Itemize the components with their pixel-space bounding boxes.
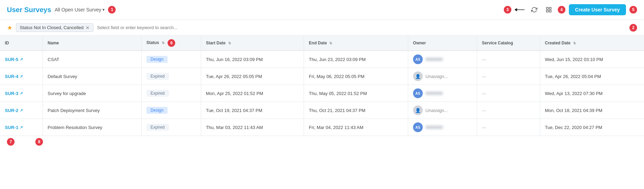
owner-name xyxy=(426,92,443,95)
chevron-down-icon: ▾ xyxy=(102,7,105,12)
avatar-unassigned: 👤 xyxy=(413,71,423,81)
cell-end-date: Thu, Jun 23, 2022 03:09 PM xyxy=(304,51,408,68)
svg-rect-2 xyxy=(549,7,551,9)
table-wrap: ID Name Status ⇅ 6 Start Date ⇅ End Date… xyxy=(0,36,644,136)
survey-id-link[interactable]: SUR-2↗ xyxy=(5,108,38,113)
cell-created-date: Wed, Apr 13, 2022 07:30 PM xyxy=(540,85,644,102)
cell-service-catalog: --- xyxy=(477,51,540,68)
status-badge: Expired xyxy=(146,124,169,131)
col-owner: Owner xyxy=(408,36,477,51)
cell-name: CSAT xyxy=(43,51,141,68)
col-created-date[interactable]: Created Date ⇅ xyxy=(540,36,644,51)
status-badge: Expired xyxy=(146,90,169,97)
cell-id: SUR-3↗ xyxy=(0,85,43,102)
cell-owner: 👤Unassign... xyxy=(408,102,477,119)
cell-end-date: Fri, May 06, 2022 05:05 PM xyxy=(304,68,408,85)
cell-status: Expired xyxy=(141,85,201,102)
cell-service-catalog: --- xyxy=(477,102,540,119)
view-dropdown-label: All Open User Survey xyxy=(55,7,101,12)
filter-remove-button[interactable]: ✕ xyxy=(86,25,90,30)
annotation-8: 8 xyxy=(35,138,43,146)
annotation-6: 6 xyxy=(168,39,175,47)
search-input[interactable] xyxy=(97,25,626,30)
col-name: Name xyxy=(43,36,141,51)
survey-id-link[interactable]: SUR-5↗ xyxy=(5,57,38,62)
cell-start-date: Mon, Apr 25, 2022 01:52 PM xyxy=(201,85,304,102)
filter-bar: ★ Status Not In Closed, Cancelled ✕ 2 xyxy=(0,20,644,36)
start-date-sort-icon: ⇅ xyxy=(228,41,231,45)
filter-tag-status[interactable]: Status Not In Closed, Cancelled ✕ xyxy=(16,23,93,32)
cell-status: Expired xyxy=(141,68,201,85)
bottom-annotations: 7 8 xyxy=(0,136,644,148)
cell-service-catalog: --- xyxy=(477,119,540,136)
table-row: SUR-1↗Problem Resolution SurveyExpiredTh… xyxy=(0,119,644,136)
table-row: SUR-5↗CSATDesignThu, Jun 16, 2022 03:09 … xyxy=(0,51,644,68)
table-row: SUR-2↗Patch Deployment SurveyDesignTue, … xyxy=(0,102,644,119)
table-body: SUR-5↗CSATDesignThu, Jun 16, 2022 03:09 … xyxy=(0,51,644,136)
cell-service-catalog: --- xyxy=(477,85,540,102)
grid-view-button[interactable] xyxy=(543,4,554,15)
survey-id-link[interactable]: SUR-3↗ xyxy=(5,91,38,96)
status-badge: Expired xyxy=(146,73,169,80)
cell-id: SUR-5↗ xyxy=(0,51,43,68)
external-link-icon: ↗ xyxy=(20,91,23,96)
owner-name xyxy=(426,58,443,61)
cell-id: SUR-2↗ xyxy=(0,102,43,119)
survey-id-link[interactable]: SUR-4↗ xyxy=(5,74,38,79)
annotation-7: 7 xyxy=(7,138,15,146)
avatar: AS xyxy=(413,54,423,64)
annotation-4: 4 xyxy=(558,6,565,14)
cell-name: Default Survey xyxy=(43,68,141,85)
external-link-icon: ↗ xyxy=(20,57,23,62)
page-title: User Surveys xyxy=(7,6,51,14)
cell-end-date: Fri, Mar 04, 2022 11:43 AM xyxy=(304,119,408,136)
table-header: ID Name Status ⇅ 6 Start Date ⇅ End Date… xyxy=(0,36,644,51)
avatar: AS xyxy=(413,122,423,132)
grid-icon xyxy=(546,7,552,13)
survey-id-link[interactable]: SUR-1↗ xyxy=(5,125,38,130)
cell-name: Patch Deployment Survey xyxy=(43,102,141,119)
cell-created-date: Tue, Dec 22, 2020 04:27 PM xyxy=(540,119,644,136)
cell-end-date: Thu, Oct 21, 2021 04:37 PM xyxy=(304,102,408,119)
status-badge: Design xyxy=(146,56,168,63)
annotation-5: 5 xyxy=(629,6,637,14)
cell-start-date: Thu, Jun 16, 2022 03:09 PM xyxy=(201,51,304,68)
cell-status: Expired xyxy=(141,119,201,136)
header-right: 3 4 Create User Survey 5 xyxy=(504,4,637,15)
external-link-icon: ↗ xyxy=(20,125,23,130)
cell-owner: AS xyxy=(408,119,477,136)
refresh-icon xyxy=(531,7,537,13)
view-dropdown[interactable]: All Open User Survey ▾ xyxy=(55,7,105,12)
cell-created-date: Mon, Oct 18, 2021 04:39 PM xyxy=(540,102,644,119)
create-user-survey-button[interactable]: Create User Survey xyxy=(569,4,626,15)
refresh-button[interactable] xyxy=(529,4,540,15)
col-start-date[interactable]: Start Date ⇅ xyxy=(201,36,304,51)
end-date-sort-icon: ⇅ xyxy=(329,41,332,45)
cell-name: Problem Resolution Survey xyxy=(43,119,141,136)
cell-end-date: Thu, May 05, 2022 01:52 PM xyxy=(304,85,408,102)
svg-rect-3 xyxy=(546,10,548,12)
avatar: AS xyxy=(413,88,423,98)
cell-id: SUR-1↗ xyxy=(0,119,43,136)
col-service-catalog: Service Catalog xyxy=(477,36,540,51)
favorite-icon[interactable]: ★ xyxy=(7,24,12,32)
created-date-sort-icon: ⇅ xyxy=(573,41,576,45)
annotation-8-row: 8 xyxy=(35,138,43,146)
cell-start-date: Tue, Oct 19, 2021 04:37 PM xyxy=(201,102,304,119)
cell-start-date: Tue, Apr 26, 2022 05:05 PM xyxy=(201,68,304,85)
col-end-date[interactable]: End Date ⇅ xyxy=(304,36,408,51)
cell-owner: AS xyxy=(408,51,477,68)
external-link-icon: ↗ xyxy=(20,74,23,79)
cell-service-catalog: --- xyxy=(477,68,540,85)
cell-created-date: Tue, Apr 26, 2022 05:04 PM xyxy=(540,68,644,85)
filter-tag-label: Status Not In Closed, Cancelled xyxy=(20,25,83,30)
col-status[interactable]: Status ⇅ 6 xyxy=(141,36,201,51)
col-id: ID xyxy=(0,36,43,51)
cell-owner: 👤Unassign... xyxy=(408,68,477,85)
annotation-7-row: 7 xyxy=(7,138,15,146)
cell-owner: AS xyxy=(408,85,477,102)
cell-id: SUR-4↗ xyxy=(0,68,43,85)
avatar-unassigned: 👤 xyxy=(413,105,423,115)
annotation-1: 1 xyxy=(108,6,116,14)
cell-status: Design xyxy=(141,102,201,119)
